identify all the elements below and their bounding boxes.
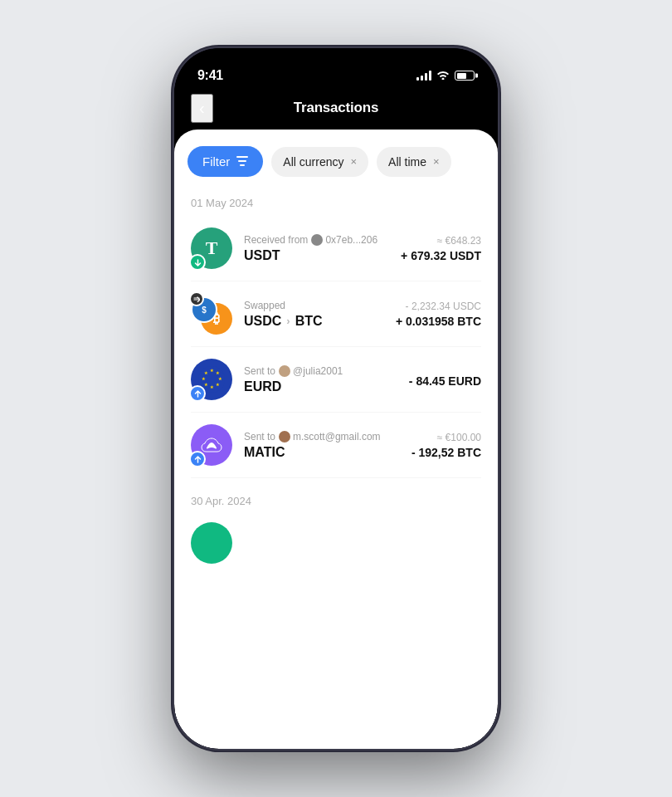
currency-chip-close[interactable]: × [350, 155, 357, 168]
tx-crypto-eurd: - 84.45 EURD [409, 374, 481, 388]
nav-header: ‹ Transactions [174, 91, 498, 130]
tx-amounts-matic: ≈ €100.00 - 192,52 BTC [411, 432, 481, 459]
svg-rect-1 [238, 160, 246, 162]
tx-fiat-usdt: ≈ €648.23 [401, 235, 481, 247]
wifi-icon [436, 69, 450, 82]
divider-3 [191, 412, 481, 413]
main-content: Filter All currency × [174, 130, 498, 749]
scott-avatar [279, 431, 290, 443]
status-time: 9:41 [197, 68, 223, 83]
date-label-1: 01 May 2024 [174, 190, 498, 219]
addr-icon [311, 234, 323, 246]
tx-subtitle-matic: Sent to m.scott@gmail.com [244, 431, 400, 443]
battery-icon [455, 71, 475, 81]
tx-crypto-matic: - 192,52 BTC [411, 446, 481, 459]
phone-frame: 9:41 [174, 48, 498, 749]
time-chip-close[interactable]: × [433, 155, 440, 168]
status-icons [416, 69, 475, 82]
tx-crypto-swap: + 0.031958 BTC [396, 315, 481, 328]
date-label-2: 30 Apr. 2024 [174, 482, 498, 514]
back-button[interactable]: ‹ [191, 94, 213, 123]
swap-icons: $ ₿ [191, 293, 232, 335]
placeholder-icon [191, 522, 232, 564]
tx-subtitle-swap: Swapped [244, 300, 384, 311]
signal-icon [416, 71, 431, 81]
screen: 9:41 [174, 48, 498, 749]
svg-rect-2 [240, 164, 245, 166]
tx-info-usdt: Received from 0x7eb...206 USDT [244, 234, 389, 263]
tx-amounts-eurd: - 84.45 EURD [409, 372, 481, 388]
tx-subtitle-usdt: Received from 0x7eb...206 [244, 234, 389, 246]
swap-badge [189, 291, 204, 306]
tx-info-eurd: Sent to @julia2001 EURD [244, 365, 397, 394]
tx-crypto-usdt: + 679.32 USDT [401, 249, 481, 262]
tx-logo-matic [191, 424, 232, 466]
tx-amounts-usdt: ≈ €648.23 + 679.32 USDT [401, 235, 481, 262]
divider-2 [191, 346, 481, 347]
time-chip[interactable]: All time × [377, 147, 451, 177]
filter-button-label: Filter [202, 154, 230, 169]
tx-title-eurd: EURD [244, 379, 397, 394]
swap-arrow-icon: › [286, 315, 290, 327]
tx-logo-eurd: ★ ★ ★ ★ ★ ★ ★ ★ [191, 359, 232, 400]
tx-logo-usdt: T [191, 227, 232, 269]
receive-badge [189, 254, 206, 271]
filter-button[interactable]: Filter [187, 146, 263, 177]
page-title: Transactions [294, 100, 378, 116]
julia-avatar [279, 365, 290, 377]
placeholder-item [174, 514, 498, 572]
tx-fiat-swap: - 2,232.34 USDC [396, 301, 481, 312]
tx-info-matic: Sent to m.scott@gmail.com MATIC [244, 431, 400, 460]
tx-title-usdt: USDT [244, 248, 389, 263]
currency-chip[interactable]: All currency × [271, 147, 368, 177]
bottom-padding [174, 572, 498, 605]
dynamic-island [286, 58, 386, 86]
tx-subtitle-eurd: Sent to @julia2001 [244, 365, 397, 377]
send-badge-matic [189, 451, 206, 467]
tx-amounts-swap: - 2,232.34 USDC + 0.031958 BTC [396, 301, 481, 328]
transaction-item-usdt[interactable]: T Received from 0 [174, 219, 498, 277]
filter-icon [236, 154, 248, 169]
transaction-item-eurd[interactable]: ★ ★ ★ ★ ★ ★ ★ ★ [174, 350, 498, 408]
send-badge-eurd [189, 385, 206, 402]
time-chip-label: All time [388, 155, 426, 169]
divider-1 [191, 281, 481, 281]
tx-title-matic: MATIC [244, 445, 400, 460]
tx-logo-swap: $ ₿ [191, 293, 232, 335]
svg-rect-0 [236, 156, 248, 158]
currency-chip-label: All currency [283, 155, 343, 169]
transaction-item-swap[interactable]: $ ₿ Swapped USDC › BTC [174, 285, 498, 343]
tx-info-swap: Swapped USDC › BTC [244, 300, 384, 329]
divider-4 [191, 477, 481, 478]
transaction-item-matic[interactable]: Sent to m.scott@gmail.com MATIC ≈ €100.0… [174, 416, 498, 474]
filter-bar: Filter All currency × [174, 130, 498, 190]
tx-title-swap: USDC › BTC [244, 314, 384, 329]
tx-fiat-matic: ≈ €100.00 [411, 432, 481, 443]
